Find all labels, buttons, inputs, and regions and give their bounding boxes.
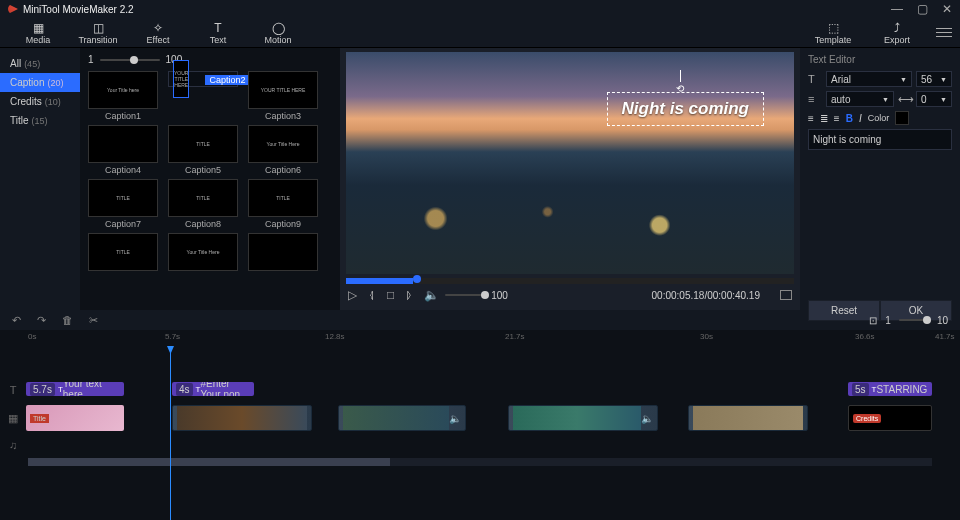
redo-icon[interactable]: ↷ xyxy=(37,314,46,327)
caption-thumb-8[interactable]: TITLECaption8 xyxy=(168,179,238,229)
category-sidebar: All(45) Caption(20) Credits(10) Title(15… xyxy=(0,48,80,310)
lineheight-select[interactable]: auto▼ xyxy=(826,91,894,107)
caption-thumb-7[interactable]: TITLECaption7 xyxy=(88,179,158,229)
video-clip-2[interactable]: ⧉ xyxy=(172,405,312,431)
fullscreen-icon[interactable] xyxy=(780,290,792,300)
text-track-icon: T xyxy=(4,384,22,396)
preview-controls: ▷ ⦉ □ ⦊ 🔈 100 00:00:05.18/00:00:40.19 xyxy=(346,284,794,306)
align-right-icon[interactable]: ≡ xyxy=(834,113,840,124)
maximize-icon[interactable]: ▢ xyxy=(917,2,928,16)
align-left-icon[interactable]: ≡ xyxy=(808,113,814,124)
title-bar: MiniTool MovieMaker 2.2 — ▢ ✕ xyxy=(0,0,960,18)
caption-thumb-6[interactable]: Your Title HereCaption6 xyxy=(248,125,318,175)
spacing-select[interactable]: 0▼ xyxy=(916,91,952,107)
timeline-ruler[interactable]: 0s 5.7s 12.8s 21.7s 30s 36.6s 41.7s xyxy=(0,330,960,346)
motion-icon: ◯ xyxy=(272,21,285,35)
caption-overlay[interactable]: Night is coming xyxy=(607,92,765,126)
text-clip-1[interactable]: 5.7sT Your text here xyxy=(26,382,124,396)
sidebar-item-all[interactable]: All(45) xyxy=(0,54,80,73)
caption-thumb-3[interactable]: YOUR TITLE HERECaption3 xyxy=(248,71,318,121)
media-icon: ▦ xyxy=(33,21,44,35)
font-select[interactable]: Arial▼ xyxy=(826,71,912,87)
size-select[interactable]: 56▼ xyxy=(916,71,952,87)
playhead[interactable] xyxy=(170,346,171,520)
preview-progress[interactable] xyxy=(346,278,794,284)
bold-button[interactable]: B xyxy=(846,113,853,124)
asset-panel: 1 100 Your Title hereCaption1YOUR TITLE … xyxy=(80,48,340,310)
fit-icon[interactable]: ⊡ xyxy=(869,315,877,326)
undo-icon[interactable]: ↶ xyxy=(12,314,21,327)
timeline: T 5.7sT Your text here 4sT #Enter Your n… xyxy=(0,346,960,520)
italic-button[interactable]: I xyxy=(859,113,862,124)
size-slider[interactable] xyxy=(100,59,160,61)
caption-thumb-4[interactable]: Caption4 xyxy=(88,125,158,175)
preview-image xyxy=(346,52,794,274)
color-swatch[interactable] xyxy=(895,111,909,125)
caption-thumb-11[interactable]: Your Title Here xyxy=(168,233,238,273)
color-label: Color xyxy=(868,113,890,123)
caption-thumb-5[interactable]: TITLECaption5 xyxy=(168,125,238,175)
tab-media[interactable]: ▦Media xyxy=(8,21,68,45)
tab-export[interactable]: ⤴Export xyxy=(872,21,922,45)
tab-text[interactable]: TText xyxy=(188,21,248,45)
split-icon[interactable]: ✂ xyxy=(89,314,98,327)
font-icon: T xyxy=(808,73,822,85)
prev-frame-icon[interactable]: ⦉ xyxy=(369,288,375,302)
text-icon: T xyxy=(214,21,221,35)
text-editor-panel: Text Editor T Arial▼ 56▼ ≡ auto▼ ⟷ 0▼ ≡ … xyxy=(800,48,960,310)
tab-motion[interactable]: ◯Motion xyxy=(248,21,308,45)
effect-icon: ✧ xyxy=(153,21,163,35)
line-height-icon: ≡ xyxy=(808,93,822,105)
timeline-scrollbar[interactable] xyxy=(28,458,932,466)
credits-clip[interactable]: Credits xyxy=(848,405,932,431)
caption-thumb-1[interactable]: Your Title hereCaption1 xyxy=(88,71,158,121)
volume-value: 100 xyxy=(491,290,508,301)
caption-text-input[interactable]: Night is coming xyxy=(808,129,952,150)
app-logo-icon xyxy=(8,4,18,14)
transition-icon: ◫ xyxy=(93,21,104,35)
text-clip-3[interactable]: 5sT STARRING xyxy=(848,382,932,396)
play-icon[interactable]: ▷ xyxy=(348,288,357,302)
video-clip-5[interactable]: ⧉ xyxy=(688,405,808,431)
sidebar-item-title[interactable]: Title(15) xyxy=(0,111,80,130)
caption-thumb-2[interactable]: YOUR TITLE HERECaption2 xyxy=(168,71,238,87)
tab-effect[interactable]: ✧Effect xyxy=(128,21,188,45)
export-icon: ⤴ xyxy=(894,21,900,35)
menu-icon[interactable] xyxy=(936,28,952,37)
sidebar-item-credits[interactable]: Credits(10) xyxy=(0,92,80,111)
editor-title: Text Editor xyxy=(808,54,952,65)
volume-icon[interactable]: 🔈 xyxy=(424,288,439,302)
rotate-handle-icon[interactable]: ⟲ xyxy=(676,70,684,94)
text-track: T 5.7sT Your text here 4sT #Enter Your n… xyxy=(0,380,960,400)
caption-thumb-10[interactable]: TITLE xyxy=(88,233,158,273)
volume-slider[interactable] xyxy=(445,294,485,296)
tab-transition[interactable]: ◫Transition xyxy=(68,21,128,45)
spacing-icon: ⟷ xyxy=(898,93,912,106)
caption-thumb-9[interactable]: TITLECaption9 xyxy=(248,179,318,229)
video-track: ▦ Title⧉ ⧉ 🔈⧉ 🔈⧉ ⧉ Credits xyxy=(0,402,960,434)
window-controls: — ▢ ✕ xyxy=(891,2,952,16)
caption-thumb-12[interactable] xyxy=(248,233,318,273)
thumbnail-size-slider: 1 100 xyxy=(88,54,332,65)
stop-icon[interactable]: □ xyxy=(387,288,394,302)
video-clip-4[interactable]: 🔈⧉ xyxy=(508,405,658,431)
next-frame-icon[interactable]: ⦊ xyxy=(406,288,412,302)
align-center-icon[interactable]: ≣ xyxy=(820,113,828,124)
template-icon: ⬚ xyxy=(828,21,839,35)
close-icon[interactable]: ✕ xyxy=(942,2,952,16)
video-track-icon: ▦ xyxy=(4,412,22,425)
minimize-icon[interactable]: — xyxy=(891,2,903,16)
preview-frame[interactable]: ⟲ Night is coming xyxy=(346,52,794,274)
app-title: MiniTool MovieMaker 2.2 xyxy=(23,4,134,15)
audio-icon: 🔈 xyxy=(449,413,461,424)
video-clip-1[interactable]: Title⧉ xyxy=(26,405,124,431)
tab-template[interactable]: ⬚Template xyxy=(808,21,858,45)
audio-track-icon: ♫ xyxy=(4,439,22,451)
sidebar-item-caption[interactable]: Caption(20) xyxy=(0,73,80,92)
timecode: 00:00:05.18/00:00:40.19 xyxy=(652,290,760,301)
zoom-slider[interactable] xyxy=(899,319,929,321)
audio-icon: 🔈 xyxy=(641,413,653,424)
delete-icon[interactable]: 🗑 xyxy=(62,314,73,326)
text-clip-2[interactable]: 4sT #Enter Your non xyxy=(172,382,254,396)
video-clip-3[interactable]: 🔈⧉ xyxy=(338,405,466,431)
